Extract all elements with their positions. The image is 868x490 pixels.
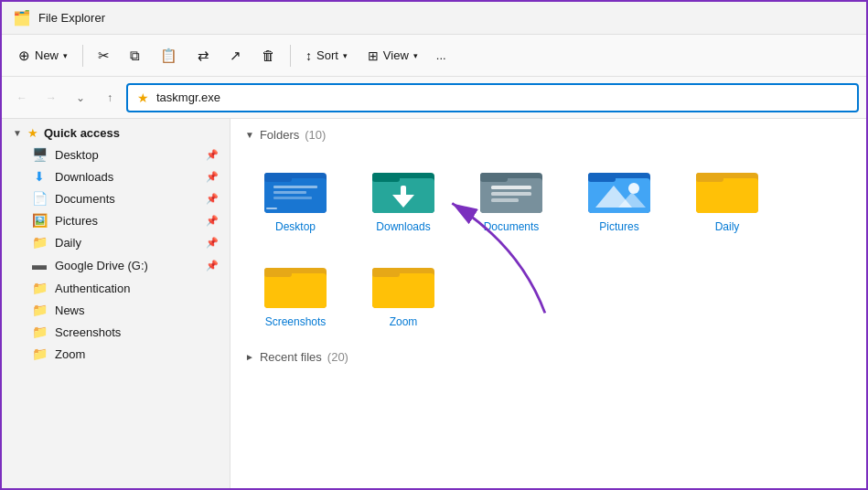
more-icon: ... bbox=[436, 48, 446, 62]
svg-rect-29 bbox=[264, 268, 292, 277]
svg-rect-6 bbox=[266, 208, 277, 209]
svg-rect-17 bbox=[491, 198, 519, 202]
paste-icon: 📋 bbox=[160, 48, 177, 64]
desktop-folder-label: Desktop bbox=[275, 220, 316, 233]
view-chevron-icon: ▾ bbox=[413, 51, 418, 60]
delete-icon: 🗑 bbox=[262, 48, 275, 63]
delete-button[interactable]: 🗑 bbox=[252, 40, 284, 71]
folder-documents[interactable]: Documents bbox=[461, 153, 562, 240]
documents-folder-icon-container bbox=[478, 160, 544, 215]
copy-icon: ⧉ bbox=[130, 48, 140, 64]
quick-access-header[interactable]: ▼ ★ Quick access bbox=[5, 122, 226, 144]
recent-label: Recent files bbox=[260, 350, 322, 364]
app-title: File Explorer bbox=[38, 11, 105, 25]
sort-icon: ↕ bbox=[305, 48, 312, 63]
title-bar: 🗂️ File Explorer bbox=[2, 2, 866, 35]
folder-screenshots[interactable]: Screenshots bbox=[245, 248, 346, 336]
recent-count: (20) bbox=[327, 350, 348, 364]
sidebar-item-googledrive[interactable]: ▬ Google Drive (G:) 📌 bbox=[5, 253, 226, 277]
back-button[interactable]: ← bbox=[9, 85, 35, 111]
sidebar-item-screenshots[interactable]: 📁 Screenshots bbox=[5, 321, 226, 343]
pictures-folder-svg bbox=[586, 160, 652, 215]
svg-rect-9 bbox=[372, 173, 400, 182]
folder-zoom[interactable]: Zoom bbox=[353, 248, 454, 336]
star-icon: ★ bbox=[137, 91, 149, 105]
svg-rect-31 bbox=[372, 273, 434, 308]
address-bar[interactable]: ★ taskmgr.exe bbox=[126, 83, 859, 112]
move-icon: ⇄ bbox=[198, 48, 209, 64]
auth-folder-icon: 📁 bbox=[31, 281, 48, 295]
svg-rect-4 bbox=[273, 191, 306, 194]
svg-rect-25 bbox=[696, 178, 758, 213]
cut-button[interactable]: ✂ bbox=[89, 40, 119, 71]
forward-icon: → bbox=[46, 91, 57, 104]
folder-desktop[interactable]: Desktop bbox=[245, 153, 346, 240]
share-button[interactable]: ↗ bbox=[220, 40, 251, 71]
desktop-folder-icon-container bbox=[263, 160, 328, 215]
screenshots-folder-label: Screenshots bbox=[265, 315, 327, 328]
folder-daily[interactable]: Daily bbox=[677, 153, 777, 240]
sidebar: ▼ ★ Quick access 🖥️ Desktop 📌 ⬇ Download… bbox=[2, 119, 230, 490]
pictures-folder-icon-container bbox=[586, 160, 652, 215]
folders-section-header[interactable]: ▼ Folders (10) bbox=[245, 128, 852, 142]
main-layout: ▼ ★ Quick access 🖥️ Desktop 📌 ⬇ Download… bbox=[2, 119, 866, 490]
dropdown-icon: ⌄ bbox=[76, 91, 85, 104]
up-icon: ↑ bbox=[107, 91, 113, 104]
sidebar-item-daily[interactable]: 📁 Daily 📌 bbox=[5, 231, 226, 253]
more-button[interactable]: ... bbox=[429, 40, 454, 71]
sidebar-daily-label: Daily bbox=[55, 236, 198, 250]
sidebar-item-authentication[interactable]: 📁 Authentication bbox=[5, 277, 226, 299]
sidebar-documents-label: Documents bbox=[55, 192, 198, 206]
screenshots-folder-icon: 📁 bbox=[31, 325, 48, 339]
new-button[interactable]: ⊕ New ▾ bbox=[9, 40, 77, 71]
sidebar-googledrive-label: Google Drive (G:) bbox=[55, 259, 198, 272]
paste-button[interactable]: 📋 bbox=[151, 40, 187, 71]
quick-access-star-icon: ★ bbox=[27, 126, 38, 140]
pin-icon4: 📌 bbox=[206, 215, 219, 227]
sidebar-pictures-label: Pictures bbox=[55, 214, 198, 228]
sort-chevron-icon: ▾ bbox=[343, 51, 348, 60]
toolbar: ⊕ New ▾ ✂ ⧉ 📋 ⇄ ↗ 🗑 ↕ Sort ▾ ⊞ View ▾ ..… bbox=[2, 35, 866, 77]
zoom-folder-icon: 📁 bbox=[31, 346, 48, 361]
folders-label: Folders bbox=[260, 128, 299, 142]
pin-icon3: 📌 bbox=[206, 193, 219, 205]
screenshots-folder-svg bbox=[263, 255, 328, 310]
folder-downloads[interactable]: Downloads bbox=[353, 153, 454, 240]
sidebar-zoom-label: Zoom bbox=[55, 347, 219, 361]
documents-folder-label: Documents bbox=[484, 220, 540, 233]
sidebar-item-zoom[interactable]: 📁 Zoom bbox=[5, 343, 226, 365]
documents-icon: 📄 bbox=[31, 191, 48, 206]
up-button[interactable]: ↑ bbox=[97, 85, 123, 111]
zoom-folder-label: Zoom bbox=[390, 315, 418, 328]
forward-button[interactable]: → bbox=[38, 85, 64, 111]
sidebar-item-news[interactable]: 📁 News bbox=[5, 299, 226, 321]
svg-rect-26 bbox=[696, 173, 723, 182]
recent-files-header[interactable]: ► Recent files (20) bbox=[245, 350, 852, 364]
folders-grid: Desktop Downloads bbox=[245, 153, 852, 336]
pin-icon: 📌 bbox=[206, 149, 219, 161]
nav-bar: ← → ⌄ ↑ ★ taskmgr.exe bbox=[2, 77, 866, 119]
chevron-icon: ▼ bbox=[13, 128, 22, 138]
sidebar-item-downloads[interactable]: ⬇ Downloads 📌 bbox=[5, 165, 226, 187]
documents-folder-svg bbox=[478, 160, 544, 215]
svg-rect-5 bbox=[273, 197, 312, 199]
folders-count: (10) bbox=[305, 128, 326, 142]
quick-access-label: Quick access bbox=[44, 126, 120, 140]
recent-chevron-icon: ► bbox=[245, 352, 254, 362]
sort-button[interactable]: ↕ Sort ▾ bbox=[296, 40, 357, 71]
address-text: taskmgr.exe bbox=[156, 91, 848, 104]
sidebar-item-documents[interactable]: 📄 Documents 📌 bbox=[5, 187, 226, 209]
recent-locations-button[interactable]: ⌄ bbox=[68, 85, 93, 111]
view-button[interactable]: ⊞ View ▾ bbox=[359, 40, 427, 71]
copy-button[interactable]: ⧉ bbox=[121, 40, 149, 71]
daily-folder-svg bbox=[694, 160, 760, 215]
screenshots-folder-icon-container bbox=[263, 255, 328, 310]
downloads-icon: ⬇ bbox=[31, 169, 48, 184]
separator2 bbox=[290, 45, 291, 67]
folder-pictures[interactable]: Pictures bbox=[569, 153, 670, 240]
pin-icon6: 📌 bbox=[206, 260, 219, 272]
svg-rect-2 bbox=[264, 173, 292, 182]
sidebar-item-pictures[interactable]: 🖼️ Pictures 📌 bbox=[5, 209, 226, 231]
move-button[interactable]: ⇄ bbox=[188, 40, 219, 71]
sidebar-item-desktop[interactable]: 🖥️ Desktop 📌 bbox=[5, 144, 226, 165]
